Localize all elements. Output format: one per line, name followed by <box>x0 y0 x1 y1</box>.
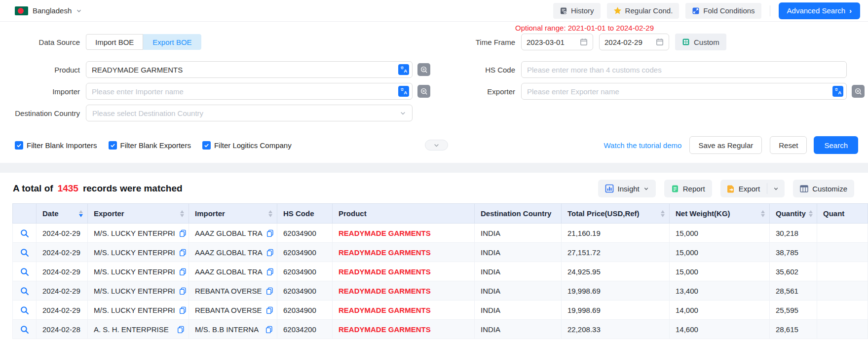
search-button[interactable]: Search <box>814 136 858 154</box>
regular-cond-button[interactable]: Regular Cond. <box>607 3 679 19</box>
filter-label: Filter Blank Importers <box>27 141 97 150</box>
chevron-down-icon <box>76 8 82 14</box>
search-form: Optional range: 2021-01-01 to 2024-02-29… <box>0 22 868 154</box>
svg-text:A: A <box>404 90 407 95</box>
copy-icon[interactable] <box>177 326 185 333</box>
product-input[interactable] <box>86 61 413 78</box>
total-suffix: records were matched <box>83 183 183 193</box>
calendar-icon <box>656 38 664 46</box>
cell-actions <box>13 301 37 320</box>
destination-country-select[interactable]: Please select Destination Country <box>86 105 413 121</box>
svg-text:A: A <box>404 68 407 74</box>
cell-importer: REBANTA OVERSE <box>189 281 277 301</box>
translate-icon[interactable]: A <box>398 64 409 75</box>
regular-cond-label: Regular Cond. <box>625 6 673 15</box>
copy-icon[interactable] <box>266 306 273 314</box>
data-source-label: Data Source <box>0 38 86 46</box>
fold-conditions-button[interactable]: Fold Conditions <box>685 3 761 19</box>
customize-button[interactable]: Customize <box>793 180 854 197</box>
tab-export-boe[interactable]: Export BOE <box>143 34 201 50</box>
copy-icon[interactable] <box>179 268 187 275</box>
chevron-down-icon <box>773 186 779 191</box>
cell-quantity: 28,561 <box>770 281 817 301</box>
copy-icon[interactable] <box>179 306 187 314</box>
cell-quantity: 30,218 <box>770 224 817 243</box>
reset-button[interactable]: Reset <box>770 136 807 154</box>
report-label: Report <box>683 185 705 193</box>
copy-icon[interactable] <box>266 268 274 275</box>
export-button[interactable]: Export <box>720 180 767 197</box>
col-header-actions <box>13 204 37 224</box>
copy-icon[interactable] <box>179 249 187 256</box>
save-as-regular-button[interactable]: Save as Regular <box>689 136 762 154</box>
cell-hs-code: 62034900 <box>277 301 333 320</box>
cell-importer: AAAZ GLOBAL TRA <box>189 243 277 262</box>
translate-icon[interactable]: A <box>398 86 409 97</box>
fuzzy-match-icon[interactable] <box>417 85 430 98</box>
col-header-importer: Importer <box>189 204 277 224</box>
tutorial-demo-link[interactable]: Watch the tutorial demo <box>604 141 682 150</box>
copy-icon[interactable] <box>179 287 187 295</box>
custom-label: Custom <box>694 38 719 46</box>
cell-destination-country: INDIA <box>475 262 562 281</box>
report-button[interactable]: Report <box>664 180 712 197</box>
exporter-input[interactable] <box>521 83 847 100</box>
sort-icon[interactable] <box>806 210 813 217</box>
fuzzy-match-icon[interactable] <box>417 63 430 76</box>
row-detail-search-icon[interactable] <box>20 287 29 296</box>
cell-total-price: 19,998.69 <box>562 281 670 301</box>
row-detail-search-icon[interactable] <box>20 267 29 276</box>
sort-icon[interactable] <box>658 210 665 217</box>
row-detail-search-icon[interactable] <box>20 229 29 238</box>
data-source-segmented: Import BOE Export BOE <box>86 34 201 50</box>
tab-import-boe[interactable]: Import BOE <box>86 34 143 50</box>
cell-net-weight: 14,600 <box>670 320 770 339</box>
translate-icon[interactable]: A <box>832 86 843 97</box>
copy-icon[interactable] <box>266 229 274 237</box>
cell-exporter: M/S. LUCKY ENTERPRI <box>88 224 189 243</box>
history-button[interactable]: History <box>553 3 601 19</box>
sort-icon[interactable] <box>177 210 184 217</box>
calendar-icon <box>580 38 588 46</box>
sort-icon[interactable] <box>758 210 765 217</box>
cell-exporter: A. S. H. ENTERPRISE <box>88 320 189 339</box>
copy-icon[interactable] <box>179 229 187 237</box>
cell-hs-code: 62034900 <box>277 262 333 281</box>
export-menu-button[interactable] <box>767 180 785 197</box>
hs-code-input[interactable] <box>521 61 847 78</box>
start-date-input[interactable]: 2023-03-01 <box>521 34 593 50</box>
importer-input[interactable] <box>86 83 413 100</box>
table-row: 2024-02-29 M/S. LUCKY ENTERPRI REBANTA O… <box>13 301 868 320</box>
sort-icon[interactable] <box>76 210 83 217</box>
cell-quantity: 38,785 <box>770 243 817 262</box>
sort-icon[interactable] <box>265 210 272 217</box>
cell-importer: AAAZ GLOBAL TRA <box>189 224 277 243</box>
row-detail-search-icon[interactable] <box>20 248 29 257</box>
results-table-body: 2024-02-29 M/S. LUCKY ENTERPRI AAAZ GLOB… <box>13 224 868 339</box>
country-selector[interactable]: Bangladesh <box>15 6 82 15</box>
copy-icon[interactable] <box>266 287 273 295</box>
row-detail-search-icon[interactable] <box>20 306 29 315</box>
total-count: 1435 <box>53 183 83 193</box>
results-total-text: A total of1435records were matched <box>13 183 183 194</box>
destination-country-label: Destination Country <box>0 109 86 117</box>
row-detail-search-icon[interactable] <box>20 325 29 334</box>
copy-icon[interactable] <box>266 249 274 256</box>
advanced-search-button[interactable]: Advanced Search › <box>779 2 860 19</box>
collapse-conditions-button[interactable] <box>425 140 448 151</box>
cell-destination-country: INDIA <box>475 301 562 320</box>
copy-icon[interactable] <box>265 326 273 333</box>
filter-logistics-company-checkbox[interactable]: Filter Logitics Company <box>202 141 292 150</box>
exporter-label: Exporter <box>437 87 521 96</box>
filter-blank-exporters-checkbox[interactable]: Filter Blank Exporters <box>109 141 191 150</box>
results-actions: Insight Report Export <box>598 180 854 197</box>
fuzzy-match-icon[interactable] <box>852 85 865 98</box>
topbar: Bangladesh History Regular Cond. Fold Co… <box>0 0 868 22</box>
report-icon <box>671 185 679 193</box>
cell-net-weight: 15,000 <box>670 243 770 262</box>
custom-range-button[interactable]: Custom <box>675 34 726 50</box>
table-row: 2024-02-29 M/S. LUCKY ENTERPRI AAAZ GLOB… <box>13 262 868 281</box>
end-date-input[interactable]: 2024-02-29 <box>599 34 669 50</box>
insight-button[interactable]: Insight <box>598 180 656 197</box>
filter-blank-importers-checkbox[interactable]: Filter Blank Importers <box>15 141 97 150</box>
